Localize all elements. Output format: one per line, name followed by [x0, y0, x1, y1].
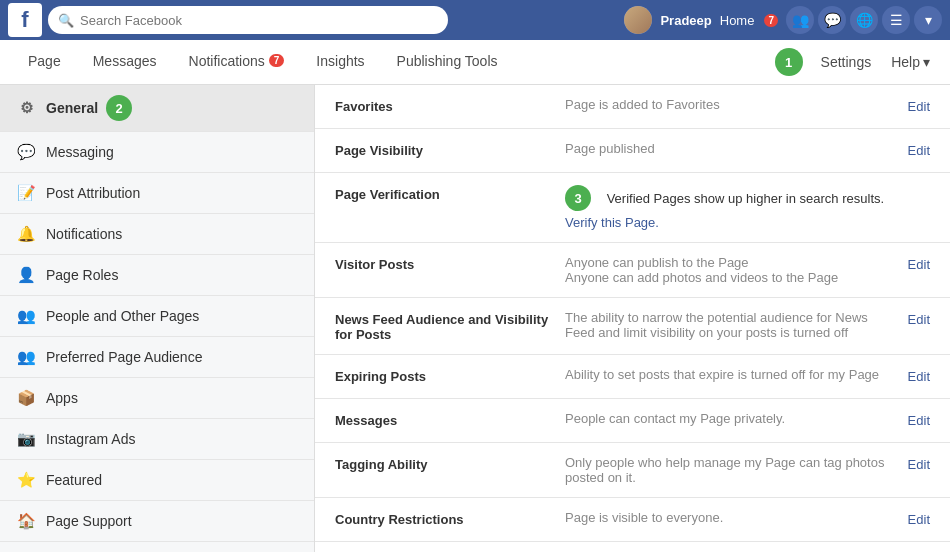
country-restrictions-edit[interactable]: Edit	[908, 510, 930, 527]
sidebar-item-page-roles[interactable]: 👤 Page Roles	[0, 255, 314, 296]
avatar-img	[624, 6, 652, 34]
news-feed-label: News Feed Audience and Visibility for Po…	[335, 310, 555, 342]
tab-page[interactable]: Page	[12, 40, 77, 85]
page-tabs: Page Messages Notifications 7 Insights P…	[0, 40, 950, 85]
sidebar-item-featured[interactable]: ⭐ Featured	[0, 460, 314, 501]
search-icon: 🔍	[58, 13, 74, 28]
search-bar[interactable]: 🔍	[48, 6, 448, 34]
settings-row-page-verification: Page Verification 3 Verified Pages show …	[315, 173, 950, 243]
apps-icon: 📦	[16, 388, 36, 408]
settings-row-visitor-posts: Visitor Posts Anyone can publish to the …	[315, 243, 950, 298]
sidebar-item-people-other-pages[interactable]: 👥 People and Other Pages	[0, 296, 314, 337]
messages-label: Messages	[335, 411, 555, 428]
sidebar-item-apps[interactable]: 📦 Apps	[0, 378, 314, 419]
settings-button[interactable]: Settings	[809, 54, 884, 70]
general-badge: 2	[106, 95, 132, 121]
settings-row-favorites: Favorites Page is added to Favorites Edi…	[315, 85, 950, 129]
home-label[interactable]: Home	[720, 13, 755, 28]
sidebar: ⚙ General 2 💬 Messaging 📝 Post Attributi…	[0, 85, 315, 552]
messages-icon[interactable]: 💬	[818, 6, 846, 34]
news-feed-value: The ability to narrow the potential audi…	[555, 310, 908, 340]
expiring-posts-edit[interactable]: Edit	[908, 367, 930, 384]
country-restrictions-value: Page is visible to everyone.	[555, 510, 908, 525]
sidebar-label-featured: Featured	[46, 472, 102, 488]
avatar	[624, 6, 652, 34]
favorites-label: Favorites	[335, 97, 555, 114]
home-badge: 7	[764, 14, 778, 27]
expiring-posts-label: Expiring Posts	[335, 367, 555, 384]
sidebar-label-post-attribution: Post Attribution	[46, 185, 140, 201]
nav-icons: 👥 💬 🌐 ☰ ▾	[786, 6, 942, 34]
friends-icon[interactable]: 👥	[786, 6, 814, 34]
tagging-ability-label: Tagging Ability	[335, 455, 555, 472]
globe-icon[interactable]: 🌐	[850, 6, 878, 34]
username-label: Pradeep	[660, 13, 711, 28]
menu-icon[interactable]: ☰	[882, 6, 910, 34]
favorites-edit[interactable]: Edit	[908, 97, 930, 114]
sidebar-item-post-attribution[interactable]: 📝 Post Attribution	[0, 173, 314, 214]
page-visibility-label: Page Visibility	[335, 141, 555, 158]
sidebar-label-general: General	[46, 100, 98, 116]
facebook-logo: f	[8, 3, 42, 37]
country-restrictions-label: Country Restrictions	[335, 510, 555, 527]
sidebar-item-preferred-page-audience[interactable]: 👥 Preferred Page Audience	[0, 337, 314, 378]
notifications-icon: 🔔	[16, 224, 36, 244]
page-verification-label: Page Verification	[335, 185, 555, 202]
page-verification-value: 3 Verified Pages show up higher in searc…	[555, 185, 930, 230]
visitor-posts-label: Visitor Posts	[335, 255, 555, 272]
tab-notifications[interactable]: Notifications 7	[173, 40, 301, 85]
settings-section: 1 Settings	[809, 54, 884, 70]
main-layout: ⚙ General 2 💬 Messaging 📝 Post Attributi…	[0, 85, 950, 552]
settings-row-country-restrictions: Country Restrictions Page is visible to …	[315, 498, 950, 542]
post-attribution-icon: 📝	[16, 183, 36, 203]
sidebar-label-messaging: Messaging	[46, 144, 114, 160]
star-icon: ⭐	[16, 470, 36, 490]
page-support-icon: 🏠	[16, 511, 36, 531]
gear-icon: ⚙	[16, 98, 36, 118]
sidebar-label-page-roles: Page Roles	[46, 267, 118, 283]
settings-content: Favorites Page is added to Favorites Edi…	[315, 85, 950, 552]
page-visibility-value: Page published	[555, 141, 908, 156]
sidebar-item-messaging[interactable]: 💬 Messaging	[0, 132, 314, 173]
visitor-posts-value: Anyone can publish to the Page Anyone ca…	[555, 255, 908, 285]
sidebar-item-notifications[interactable]: 🔔 Notifications	[0, 214, 314, 255]
sidebar-label-notifications: Notifications	[46, 226, 122, 242]
tab-messages[interactable]: Messages	[77, 40, 173, 85]
sidebar-label-apps: Apps	[46, 390, 78, 406]
page-visibility-edit[interactable]: Edit	[908, 141, 930, 158]
tab-insights[interactable]: Insights	[300, 40, 380, 85]
settings-row-page-visibility: Page Visibility Page published Edit	[315, 129, 950, 173]
help-button[interactable]: Help ▾	[883, 54, 938, 70]
tagging-ability-edit[interactable]: Edit	[908, 455, 930, 472]
top-nav: f 🔍 Pradeep Home 7 👥 💬 🌐 ☰ ▾	[0, 0, 950, 40]
chevron-down-icon[interactable]: ▾	[914, 6, 942, 34]
nav-right: Pradeep Home 7 👥 💬 🌐 ☰ ▾	[624, 6, 942, 34]
notifications-badge: 7	[269, 54, 285, 67]
chevron-down-icon: ▾	[923, 54, 930, 70]
search-input[interactable]	[80, 13, 438, 28]
sidebar-label-preferred-page-audience: Preferred Page Audience	[46, 349, 202, 365]
settings-badge: 1	[775, 48, 803, 76]
settings-row-messages: Messages People can contact my Page priv…	[315, 399, 950, 443]
fb-logo-letter: f	[21, 9, 28, 31]
page-roles-icon: 👤	[16, 265, 36, 285]
tab-publishing-tools[interactable]: Publishing Tools	[381, 40, 514, 85]
sidebar-item-general[interactable]: ⚙ General 2	[0, 85, 314, 132]
verify-page-link[interactable]: Verify this Page.	[565, 215, 920, 230]
messages-edit[interactable]: Edit	[908, 411, 930, 428]
expiring-posts-value: Ability to set posts that expire is turn…	[555, 367, 908, 382]
people-icon: 👥	[16, 306, 36, 326]
sidebar-item-instagram-ads[interactable]: 📷 Instagram Ads	[0, 419, 314, 460]
settings-row-age-restrictions: Age Restrictions Page is shown to everyo…	[315, 542, 950, 552]
messages-value: People can contact my Page privately.	[555, 411, 908, 426]
messaging-icon: 💬	[16, 142, 36, 162]
sidebar-label-instagram-ads: Instagram Ads	[46, 431, 136, 447]
verification-badge: 3	[565, 185, 591, 211]
tagging-ability-value: Only people who help manage my Page can …	[555, 455, 908, 485]
sidebar-label-people-other-pages: People and Other Pages	[46, 308, 199, 324]
settings-row-tagging-ability: Tagging Ability Only people who help man…	[315, 443, 950, 498]
settings-row-expiring-posts: Expiring Posts Ability to set posts that…	[315, 355, 950, 399]
news-feed-edit[interactable]: Edit	[908, 310, 930, 327]
visitor-posts-edit[interactable]: Edit	[908, 255, 930, 272]
sidebar-item-page-support[interactable]: 🏠 Page Support	[0, 501, 314, 542]
